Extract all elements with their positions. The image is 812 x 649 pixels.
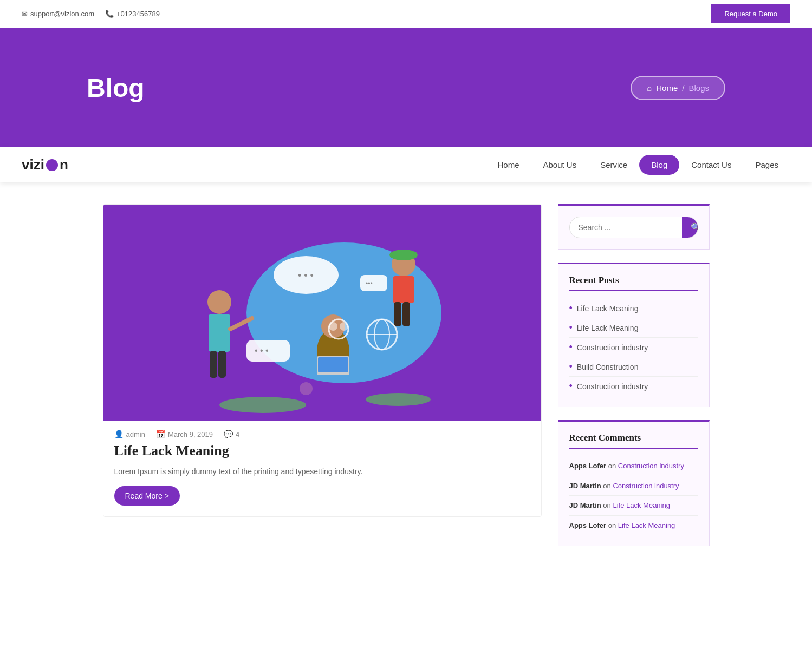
svg-rect-15 [393, 276, 414, 303]
recent-posts-list: Life Lack Meaning Life Lack Meaning Cons… [569, 299, 698, 396]
recent-posts-widget: Recent Posts Life Lack Meaning Life Lack… [558, 263, 710, 407]
post-author-meta: 👤 admin [114, 430, 145, 438]
logo[interactable]: vizi n [22, 156, 68, 173]
recent-post-link-1[interactable]: Life Lack Meaning [577, 304, 639, 313]
svg-text:•••: ••• [366, 280, 373, 287]
comment-item: Apps Lofer on Life Lack Meaning [569, 516, 698, 535]
recent-post-item: Construction industry [569, 377, 698, 396]
recent-comments-title: Recent Comments [569, 432, 698, 449]
recent-post-item: Construction industry [569, 338, 698, 357]
post-image: • • • [103, 205, 541, 421]
recent-post-item: Life Lack Meaning [569, 318, 698, 338]
demo-button[interactable]: Request a Demo [711, 4, 790, 23]
commenter-4: Apps Lofer [569, 521, 607, 529]
comment-on-2: on [603, 482, 613, 490]
svg-rect-10 [210, 351, 217, 378]
svg-rect-20 [360, 275, 387, 291]
recent-post-link-4[interactable]: Build Construction [577, 363, 639, 371]
recent-post-link-5[interactable]: Construction industry [577, 382, 648, 391]
commenter-3: JD Martin [569, 501, 601, 509]
logo-text-after: n [60, 156, 68, 173]
post-meta: 👤 admin 📅 March 9, 2019 💬 4 [103, 421, 541, 443]
read-more-button[interactable]: Read More > [114, 486, 180, 506]
comment-item: JD Martin on Life Lack Meaning [569, 496, 698, 516]
svg-rect-14 [390, 252, 417, 258]
nav-link-pages[interactable]: Pages [743, 149, 790, 180]
user-icon: 👤 [114, 430, 124, 438]
breadcrumb-separator: / [682, 83, 684, 93]
blog-posts-area: • • • [103, 204, 542, 559]
svg-rect-17 [402, 302, 410, 326]
nav-links: Home About Us Service Blog Contact Us Pa… [485, 149, 790, 180]
post-comments-meta: 💬 4 [224, 430, 239, 438]
email-icon: ✉ [22, 10, 28, 18]
breadcrumb-home[interactable]: Home [656, 83, 678, 93]
logo-brain-icon [46, 159, 58, 171]
nav-item-service[interactable]: Service [588, 149, 639, 180]
post-excerpt: Lorem Ipsum is simply dummy text of the … [103, 466, 541, 486]
svg-rect-8 [209, 314, 230, 352]
nav-link-about[interactable]: About Us [531, 149, 588, 180]
search-widget: 🔍 [558, 204, 710, 250]
search-icon: 🔍 [691, 222, 698, 232]
comment-on-3: on [603, 501, 613, 509]
nav-link-blog[interactable]: Blog [639, 155, 679, 175]
nav-link-home[interactable]: Home [485, 149, 531, 180]
recent-post-item: Build Construction [569, 357, 698, 377]
email-text: support@vizion.com [30, 10, 94, 18]
recent-post-item: Life Lack Meaning [569, 299, 698, 318]
main-content: • • • [81, 204, 731, 559]
comment-post-link-4[interactable]: Life Lack Meaning [618, 521, 675, 529]
phone-contact: 📞 +0123456789 [105, 10, 160, 18]
search-box: 🔍 [569, 217, 698, 238]
comment-item: JD Martin on Construction industry [569, 476, 698, 496]
phone-text: +0123456789 [116, 10, 160, 18]
hero-banner: Blog ⌂ Home / Blogs [0, 28, 812, 147]
home-icon: ⌂ [647, 83, 652, 93]
svg-text:• • •: • • • [298, 270, 314, 281]
post-title: Life Lack Meaning [103, 443, 541, 466]
sidebar: 🔍 Recent Posts Life Lack Meaning Life La… [558, 204, 710, 559]
breadcrumb: ⌂ Home / Blogs [631, 76, 725, 100]
post-card: • • • [103, 204, 542, 517]
nav-item-home[interactable]: Home [485, 149, 531, 180]
comment-post-link-1[interactable]: Construction industry [618, 462, 684, 470]
search-input[interactable] [570, 218, 682, 237]
commenter-2: JD Martin [569, 482, 601, 490]
nav-link-contact[interactable]: Contact Us [679, 149, 743, 180]
svg-rect-16 [394, 302, 401, 326]
nav-item-pages[interactable]: Pages [743, 149, 790, 180]
breadcrumb-current: Blogs [688, 83, 709, 93]
post-author: admin [126, 430, 145, 438]
svg-rect-11 [218, 351, 226, 378]
search-button[interactable]: 🔍 [682, 217, 698, 238]
recent-post-link-2[interactable]: Life Lack Meaning [577, 324, 639, 332]
comment-post-link-3[interactable]: Life Lack Meaning [613, 501, 670, 509]
nav-item-contact[interactable]: Contact Us [679, 149, 743, 180]
svg-rect-6 [318, 357, 348, 372]
svg-point-30 [300, 382, 313, 395]
top-bar: ✉ support@vizion.com 📞 +0123456789 Reque… [0, 0, 812, 28]
email-contact: ✉ support@vizion.com [22, 10, 94, 18]
svg-point-26 [329, 322, 337, 331]
comment-post-link-2[interactable]: Construction industry [613, 482, 679, 490]
svg-text:• • •: • • • [255, 346, 269, 355]
commenter-1: Apps Lofer [569, 462, 607, 470]
navbar: vizi n Home About Us Service Blog Contac… [0, 147, 812, 182]
phone-icon: 📞 [105, 10, 114, 18]
svg-point-27 [340, 322, 348, 331]
recent-post-link-3[interactable]: Construction industry [577, 343, 648, 352]
svg-point-7 [207, 290, 231, 314]
nav-item-about[interactable]: About Us [531, 149, 588, 180]
top-bar-left: ✉ support@vizion.com 📞 +0123456789 [22, 10, 160, 18]
page-title: Blog [87, 73, 145, 103]
comment-icon: 💬 [224, 430, 233, 438]
comment-item: Apps Lofer on Construction industry [569, 456, 698, 476]
svg-point-28 [219, 397, 306, 413]
nav-link-service[interactable]: Service [588, 149, 639, 180]
logo-text-before: vizi [22, 156, 44, 173]
post-date: March 9, 2019 [168, 430, 213, 438]
recent-posts-title: Recent Posts [569, 275, 698, 291]
comments-list: Apps Lofer on Construction industry JD M… [569, 456, 698, 535]
nav-item-blog[interactable]: Blog [639, 155, 679, 175]
